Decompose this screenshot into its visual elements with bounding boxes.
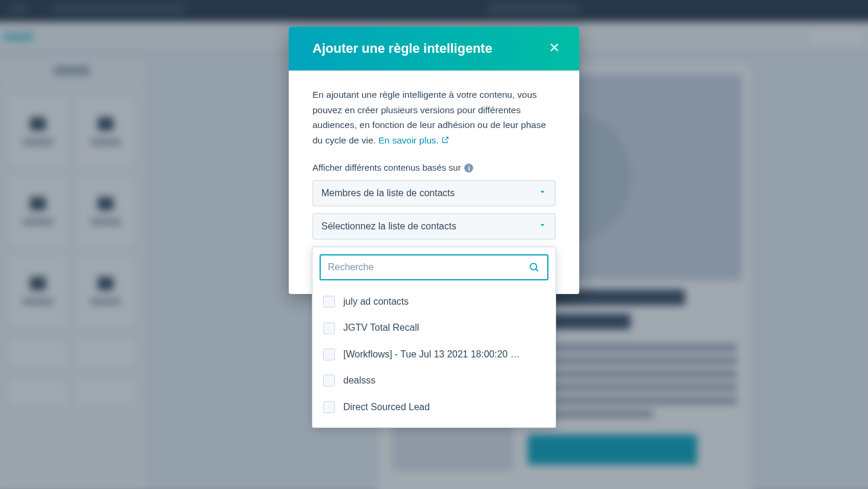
- option-label: dealsss: [343, 373, 375, 388]
- option-item[interactable]: Facebook Contacts 01/01/2000 to 06/3…: [312, 420, 556, 427]
- basis-select-value: Membres de la liste de contacts: [321, 186, 455, 201]
- svg-line-3: [536, 269, 538, 271]
- checkbox[interactable]: [323, 401, 335, 413]
- option-item[interactable]: [Workflows] - Tue Jul 13 2021 18:00:20 …: [312, 341, 556, 367]
- checkbox[interactable]: [323, 322, 335, 334]
- options-list[interactable]: july ad contactsJGTV Total Recall[Workfl…: [312, 286, 556, 427]
- chevron-down-icon: [538, 186, 547, 201]
- checkbox[interactable]: [323, 375, 335, 386]
- smart-rule-modal: Ajouter une règle intelligente En ajouta…: [289, 27, 579, 294]
- option-label: july ad contacts: [343, 294, 409, 309]
- checkbox[interactable]: [323, 296, 335, 308]
- option-item[interactable]: Direct Sourced Lead: [312, 394, 556, 420]
- search-icon: [528, 261, 540, 273]
- modal-intro: En ajoutant une règle intelligente à vot…: [312, 87, 556, 148]
- option-label: Direct Sourced Lead: [343, 399, 430, 415]
- close-button[interactable]: [544, 38, 565, 59]
- chevron-down-icon: [538, 219, 547, 234]
- basis-select[interactable]: Membres de la liste de contacts: [312, 180, 556, 206]
- info-icon[interactable]: i: [464, 164, 473, 172]
- list-select[interactable]: Sélectionnez la liste de contacts: [312, 213, 556, 239]
- learn-more-label: En savoir plus.: [378, 135, 439, 145]
- close-icon: [548, 41, 560, 56]
- modal-body: En ajoutant une règle intelligente à vot…: [289, 71, 579, 294]
- option-item[interactable]: july ad contacts: [312, 289, 556, 315]
- option-item[interactable]: dealsss: [312, 367, 556, 394]
- dropdown-panel: july ad contactsJGTV Total Recall[Workfl…: [312, 247, 556, 428]
- learn-more-link[interactable]: En savoir plus.: [378, 135, 449, 145]
- basis-label: Afficher différents contenus basés sur i: [312, 161, 556, 175]
- list-select-value: Sélectionnez la liste de contacts: [321, 219, 457, 234]
- option-label: [Workflows] - Tue Jul 13 2021 18:00:20 …: [343, 347, 520, 362]
- search-box[interactable]: [320, 254, 548, 280]
- external-link-icon: [441, 133, 449, 142]
- option-label: Facebook Contacts 01/01/2000 to 06/3…: [343, 426, 516, 427]
- svg-point-2: [530, 263, 537, 270]
- basis-label-text: Afficher différents contenus basés sur: [312, 161, 461, 175]
- option-item[interactable]: JGTV Total Recall: [312, 315, 556, 341]
- checkbox[interactable]: [323, 349, 335, 360]
- modal-header: Ajouter une règle intelligente: [289, 27, 579, 71]
- modal-overlay: Ajouter une règle intelligente En ajouta…: [0, 0, 868, 489]
- modal-title: Ajouter une règle intelligente: [312, 41, 492, 56]
- search-input[interactable]: [328, 262, 522, 273]
- option-label: JGTV Total Recall: [343, 320, 419, 335]
